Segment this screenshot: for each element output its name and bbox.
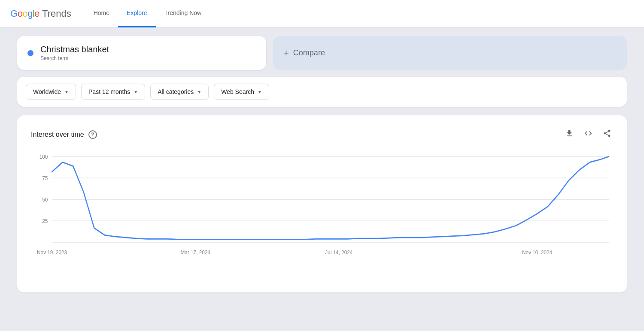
nav-home[interactable]: Home (85, 0, 118, 27)
chevron-down-icon: ▼ (197, 90, 201, 94)
chart-container: 100 75 50 25 Nov 19, 2023 Mar 17, 2024 J… (31, 152, 613, 280)
search-area: Christmas blanket Search term + Compare (17, 36, 627, 70)
filter-bar: Worldwide ▼ Past 12 months ▼ All categor… (17, 77, 627, 107)
svg-text:75: 75 (42, 175, 48, 181)
logo-google-text: Google (10, 8, 39, 19)
search-term-label: Christmas blanket (40, 45, 109, 54)
compare-card[interactable]: + Compare (273, 36, 627, 70)
chart-title: Interest over time (31, 131, 84, 138)
search-dot (27, 50, 33, 56)
search-term-type: Search term (40, 55, 109, 61)
logo-trends-text: Trends (42, 8, 71, 19)
filter-region-label: Worldwide (33, 88, 61, 95)
filter-search-type[interactable]: Web Search ▼ (214, 84, 269, 100)
filter-time[interactable]: Past 12 months ▼ (81, 84, 145, 100)
svg-text:25: 25 (42, 218, 48, 224)
svg-text:Mar 17, 2024: Mar 17, 2024 (180, 249, 210, 256)
download-button[interactable] (563, 127, 575, 141)
svg-text:Nov 10, 2024: Nov 10, 2024 (522, 249, 552, 256)
chevron-down-icon: ▼ (64, 90, 69, 94)
help-icon[interactable]: ? (88, 130, 97, 139)
nav-trending-now[interactable]: Trending Now (156, 0, 210, 27)
chevron-down-icon: ▼ (134, 90, 138, 94)
svg-text:100: 100 (39, 153, 48, 160)
compare-label: Compare (293, 48, 325, 57)
filter-time-label: Past 12 months (88, 88, 130, 95)
logo: Google Trends (10, 8, 71, 19)
main-nav: Home Explore Trending Now (85, 0, 210, 27)
svg-text:50: 50 (42, 196, 48, 203)
interest-chart: 100 75 50 25 Nov 19, 2023 Mar 17, 2024 J… (31, 152, 613, 280)
svg-text:Jul 14, 2024: Jul 14, 2024 (325, 249, 352, 256)
chart-card: Interest over time ? (17, 115, 627, 292)
share-button[interactable] (601, 127, 613, 141)
chart-title-area: Interest over time ? (31, 130, 97, 139)
header: Google Trends Home Explore Trending Now (0, 0, 644, 27)
embed-button[interactable] (582, 127, 594, 141)
search-term-card: Christmas blanket Search term (17, 36, 266, 70)
chevron-down-icon: ▼ (258, 90, 262, 94)
compare-plus-icon: + (283, 48, 289, 59)
svg-text:Nov 19, 2023: Nov 19, 2023 (37, 249, 67, 256)
chart-header: Interest over time ? (31, 127, 613, 141)
chart-actions (563, 127, 613, 141)
filter-region[interactable]: Worldwide ▼ (26, 84, 76, 100)
main-content: Christmas blanket Search term + Compare … (0, 27, 644, 310)
filter-category-label: All categories (158, 88, 194, 95)
filter-category[interactable]: All categories ▼ (150, 84, 209, 100)
filter-search-type-label: Web Search (221, 88, 254, 95)
search-term-info: Christmas blanket Search term (40, 45, 109, 61)
nav-explore[interactable]: Explore (118, 0, 155, 27)
